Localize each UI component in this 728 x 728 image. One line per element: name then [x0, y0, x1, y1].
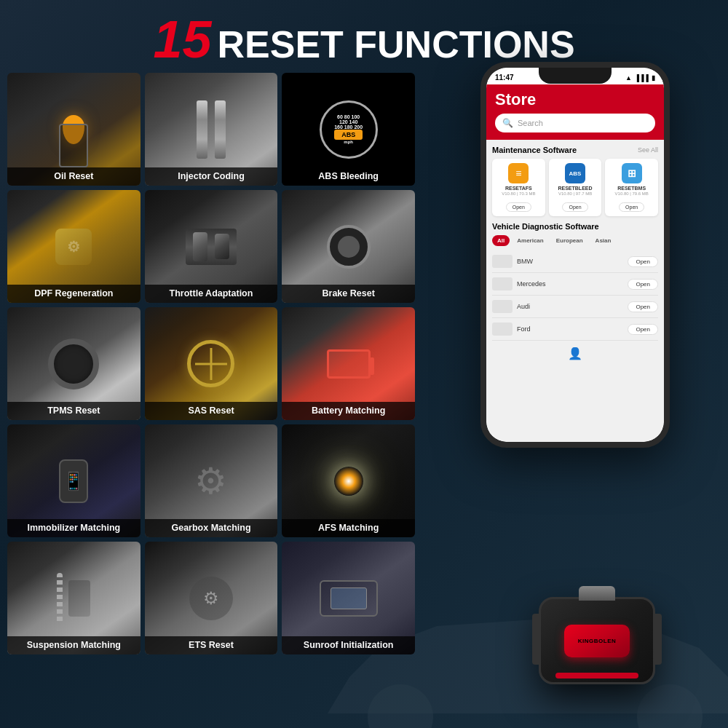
function-card-sunroof[interactable]: Sunroof Initialization	[282, 542, 415, 654]
functions-grid: Oil Reset Injector Coding 60 80 100120 1…	[7, 73, 415, 654]
function-label: Oil Reset	[7, 167, 141, 186]
filter-tab-asian[interactable]: Asian	[590, 235, 617, 246]
signal-icon: ▐▐▐	[635, 74, 649, 82]
vehicle-name-3: Ford	[517, 325, 531, 333]
function-card-brake[interactable]: Brake Reset	[282, 190, 415, 303]
maintenance-title: Maintenance Software	[492, 146, 577, 154]
function-card-immobilizer[interactable]: 📱 Immobilizer Matching	[7, 424, 141, 537]
function-card-dpf[interactable]: ⚙ DPF Regeneration	[7, 190, 141, 303]
search-icon: 🔍	[502, 118, 513, 128]
phone-section: 11:47 ▲ ▐▐▐ ▮ Store 🔍 Search Main	[437, 62, 713, 448]
sw-open-btn-0[interactable]: Open	[506, 202, 531, 212]
function-card-suspension[interactable]: Suspension Matching	[7, 542, 141, 654]
sw-card-resetafs[interactable]: ≡ RESETAFS V10.80 | 70.3 MB Open	[492, 159, 545, 216]
title-text: RESET FUNCTIONS	[217, 23, 574, 66]
vehicle-logo-3	[492, 323, 513, 336]
function-label: Throttle Adaptation	[145, 285, 278, 303]
app-content: Maintenance Software See All ≡ RESETAFS …	[486, 140, 664, 442]
sw-name-1: RESETBLEED	[553, 186, 598, 191]
store-title: Store	[495, 90, 655, 109]
sw-open-btn-2[interactable]: Open	[619, 202, 644, 212]
search-placeholder: Search	[518, 119, 543, 127]
phone-mockup: 11:47 ▲ ▐▐▐ ▮ Store 🔍 Search Main	[480, 62, 670, 448]
profile-section: 👤	[492, 347, 658, 360]
software-cards: ≡ RESETAFS V10.80 | 70.3 MB Open ABS RES…	[492, 159, 658, 216]
function-card-oil-reset[interactable]: Oil Reset	[7, 73, 141, 186]
sw-open-btn-1[interactable]: Open	[562, 202, 587, 212]
function-card-ets[interactable]: ⚙ ETS Reset	[145, 542, 278, 654]
function-label: TPMS Reset	[7, 402, 141, 420]
filter-tab-all[interactable]: All	[492, 235, 510, 246]
vehicle-logo-0	[492, 255, 513, 268]
function-card-afs[interactable]: AFS Matching	[282, 424, 415, 537]
filter-tabs: All American European Asian	[492, 235, 658, 246]
function-label: SAS Reset	[145, 402, 278, 420]
function-card-sas[interactable]: SAS Reset	[145, 307, 278, 420]
function-card-gearbox[interactable]: ⚙ Gearbox Matching	[145, 424, 278, 537]
status-icons: ▲ ▐▐▐ ▮	[625, 74, 655, 82]
vehicle-open-btn-0[interactable]: Open	[628, 256, 658, 267]
sw-version-0: V10.80 | 70.3 MB	[496, 191, 541, 196]
sw-version-2: V10.80 | 79.6 MB	[609, 191, 654, 196]
vehicle-logo-2	[492, 300, 513, 313]
sw-icon-resetbms: ⊞	[622, 163, 642, 183]
maintenance-section-header: Maintenance Software See All	[492, 146, 658, 154]
function-label: DPF Regeneration	[7, 285, 141, 303]
vehicle-name-0: BMW	[517, 258, 533, 265]
phone-notch	[539, 68, 612, 84]
reset-count: 15	[153, 10, 211, 68]
function-label: Injector Coding	[145, 167, 278, 186]
function-label: Gearbox Matching	[145, 519, 278, 537]
function-label: ABS Bleeding	[282, 167, 415, 186]
function-card-throttle[interactable]: Throttle Adaptation	[145, 190, 278, 303]
function-card-injector-coding[interactable]: Injector Coding	[145, 73, 278, 186]
vehicle-open-btn-2[interactable]: Open	[628, 301, 658, 312]
function-label: Immobilizer Matching	[7, 519, 141, 537]
vehicle-list-item-3[interactable]: Ford Open	[492, 318, 658, 341]
function-label: AFS Matching	[282, 519, 415, 537]
obd-bottom-indicator	[555, 673, 638, 678]
function-card-abs-bleeding[interactable]: 60 80 100120 140160 180 200 ABS mph ABS …	[282, 73, 415, 186]
phone-screen: 11:47 ▲ ▐▐▐ ▮ Store 🔍 Search Main	[486, 68, 664, 442]
vehicle-section-title: Vehicle Diagnostic Software	[492, 222, 599, 231]
page-title: 15RESET FUNCTIONS	[0, 13, 728, 66]
function-label: Brake Reset	[282, 285, 415, 303]
vehicle-open-btn-1[interactable]: Open	[628, 279, 658, 290]
function-label: Suspension Matching	[7, 636, 141, 654]
sw-icon-resetbleed: ABS	[565, 163, 585, 183]
function-card-battery[interactable]: Battery Matching	[282, 307, 415, 420]
obd-right-grip	[653, 614, 662, 665]
obd-left-grip	[532, 614, 541, 665]
vehicle-name-2: Audi	[517, 303, 530, 310]
search-bar[interactable]: 🔍 Search	[495, 114, 655, 132]
filter-tab-american[interactable]: American	[512, 235, 548, 246]
function-label: Sunroof Initialization	[282, 636, 415, 654]
vehicle-section-header: Vehicle Diagnostic Software	[492, 222, 658, 231]
profile-icon[interactable]: 👤	[492, 347, 658, 360]
battery-status-icon: ▮	[652, 74, 655, 82]
sw-card-resetbleed[interactable]: ABS RESETBLEED V10.80 | 97.7 MB Open	[549, 159, 602, 216]
vehicle-list-item-1[interactable]: Mercedes Open	[492, 273, 658, 296]
obd-port	[579, 586, 615, 601]
obd-brand: KINGBOLEN	[578, 638, 617, 644]
obd-device: KINGBOLEN	[539, 597, 655, 684]
sw-card-resetbms[interactable]: ⊞ RESETBMS V10.80 | 79.6 MB Open	[605, 159, 658, 216]
vehicle-logo-1	[492, 277, 513, 290]
app-header: Store 🔍 Search	[486, 84, 664, 140]
vehicle-list-item-0[interactable]: BMW Open	[492, 250, 658, 273]
vehicle-name-1: Mercedes	[517, 280, 546, 288]
sw-name-2: RESETBMS	[609, 186, 654, 191]
see-all-link[interactable]: See All	[638, 146, 658, 154]
time-display: 11:47	[495, 74, 514, 82]
function-label: Battery Matching	[282, 402, 415, 420]
sw-icon-resetafs: ≡	[508, 163, 529, 183]
obd-main-button[interactable]: KINGBOLEN	[564, 625, 630, 657]
vehicle-open-btn-3[interactable]: Open	[628, 324, 658, 335]
sw-name-0: RESETAFS	[496, 186, 541, 191]
vehicle-list-item-2[interactable]: Audi Open	[492, 296, 658, 318]
sw-version-1: V10.80 | 97.7 MB	[553, 191, 598, 196]
function-card-tpms[interactable]: TPMS Reset	[7, 307, 141, 420]
function-label: ETS Reset	[145, 636, 278, 654]
filter-tab-european[interactable]: European	[551, 235, 588, 246]
wifi-icon: ▲	[625, 74, 632, 82]
